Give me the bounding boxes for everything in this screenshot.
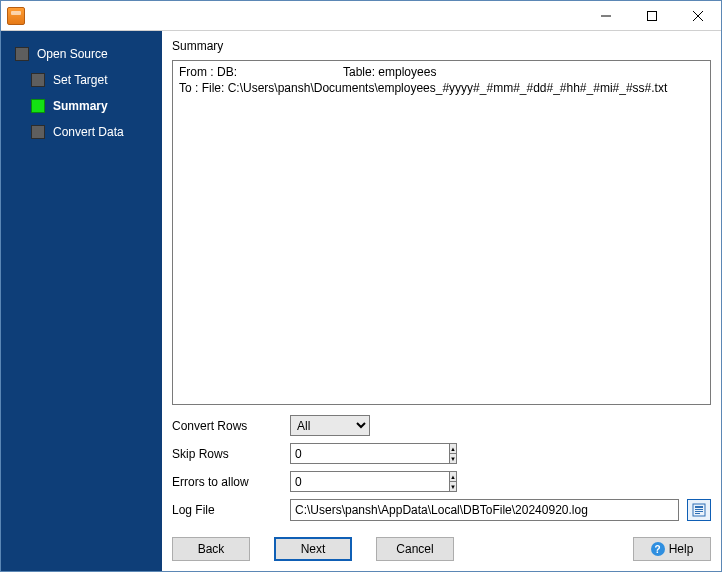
svg-rect-6 (695, 509, 703, 510)
log-file-row: Log File (172, 499, 711, 521)
help-icon: ? (651, 542, 665, 556)
titlebar-left (1, 7, 31, 25)
convert-rows-row: Convert Rows All (172, 415, 711, 436)
sidebar-item-summary[interactable]: Summary (1, 93, 162, 119)
chevron-down-icon: ▼ (450, 456, 456, 462)
browse-icon (692, 503, 706, 517)
skip-rows-label: Skip Rows (172, 447, 282, 461)
titlebar (1, 1, 721, 31)
log-file-browse-button[interactable] (687, 499, 711, 521)
step-box-icon (31, 73, 45, 87)
step-box-icon (15, 47, 29, 61)
minimize-button[interactable] (583, 1, 629, 30)
sidebar-item-open-source[interactable]: Open Source (1, 41, 162, 67)
skip-rows-spinner: ▲ ▼ (290, 443, 370, 464)
sidebar-item-set-target[interactable]: Set Target (1, 67, 162, 93)
chevron-up-icon: ▲ (450, 474, 456, 480)
app-window: Open Source Set Target Summary Convert D… (0, 0, 722, 572)
errors-input[interactable] (290, 471, 449, 492)
app-icon (7, 7, 25, 25)
summary-to-file: To : File: C:\Users\pansh\Documents\empl… (179, 81, 704, 97)
errors-row: Errors to allow ▲ ▼ (172, 471, 711, 492)
close-icon (693, 11, 703, 21)
chevron-down-icon: ▼ (450, 484, 456, 490)
skip-rows-up[interactable]: ▲ (449, 443, 457, 453)
options-fields: Convert Rows All Skip Rows ▲ ▼ (172, 411, 711, 521)
summary-textarea[interactable]: From : DB: Table: employees To : File: C… (172, 60, 711, 405)
close-button[interactable] (675, 1, 721, 30)
log-file-input[interactable] (290, 499, 679, 521)
body: Open Source Set Target Summary Convert D… (1, 31, 721, 571)
sidebar-item-label: Convert Data (53, 125, 124, 139)
svg-rect-1 (648, 11, 657, 20)
wizard-footer: Back Next Cancel ? Help (172, 527, 711, 561)
errors-spinner: ▲ ▼ (290, 471, 370, 492)
sidebar-item-label: Open Source (37, 47, 108, 61)
back-button-label: Back (198, 542, 225, 556)
cancel-button[interactable]: Cancel (376, 537, 454, 561)
maximize-button[interactable] (629, 1, 675, 30)
main-panel: Summary From : DB: Table: employees To :… (162, 31, 721, 571)
wizard-sidebar: Open Source Set Target Summary Convert D… (1, 31, 162, 571)
chevron-up-icon: ▲ (450, 446, 456, 452)
summary-from-db: From : DB: (179, 65, 339, 81)
maximize-icon (647, 11, 657, 21)
skip-rows-row: Skip Rows ▲ ▼ (172, 443, 711, 464)
errors-up[interactable]: ▲ (449, 471, 457, 481)
back-button[interactable]: Back (172, 537, 250, 561)
skip-rows-input[interactable] (290, 443, 449, 464)
convert-rows-select[interactable]: All (290, 415, 370, 436)
sidebar-item-label: Summary (53, 99, 108, 113)
sidebar-item-convert-data[interactable]: Convert Data (1, 119, 162, 145)
errors-down[interactable]: ▼ (449, 481, 457, 492)
log-file-label: Log File (172, 503, 282, 517)
summary-from-table: Table: employees (343, 65, 436, 81)
cancel-button-label: Cancel (396, 542, 433, 556)
next-button[interactable]: Next (274, 537, 352, 561)
errors-label: Errors to allow (172, 475, 282, 489)
titlebar-buttons (583, 1, 721, 30)
step-box-icon (31, 99, 45, 113)
help-button[interactable]: ? Help (633, 537, 711, 561)
help-button-label: Help (669, 542, 694, 556)
step-box-icon (31, 125, 45, 139)
svg-rect-8 (695, 513, 700, 514)
svg-rect-7 (695, 511, 703, 512)
next-button-label: Next (301, 542, 326, 556)
minimize-icon (601, 11, 611, 21)
svg-rect-5 (695, 506, 703, 508)
summary-group-label: Summary (172, 39, 711, 54)
convert-rows-label: Convert Rows (172, 419, 282, 433)
sidebar-item-label: Set Target (53, 73, 107, 87)
skip-rows-down[interactable]: ▼ (449, 453, 457, 464)
